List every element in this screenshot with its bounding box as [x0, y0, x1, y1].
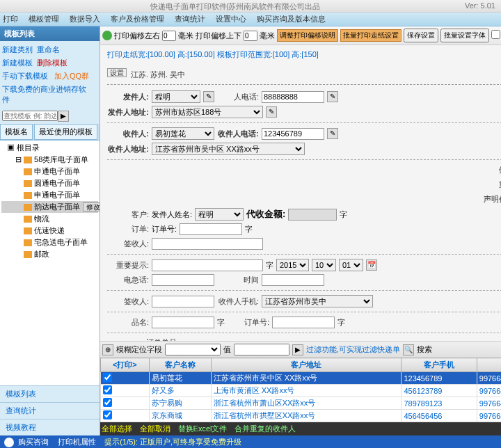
nav-video[interactable]: 视频教程 — [0, 419, 100, 435]
set-button[interactable]: 设置 — [107, 68, 127, 77]
grid-row[interactable]: 易初莲花江苏省苏州市吴中区 XX路xx号12345678999766415069… — [101, 372, 502, 385]
tree-root[interactable]: ▣ 根目录 — [1, 142, 98, 154]
recv-mobile-select[interactable]: 江苏省苏州市吴中 — [262, 295, 373, 307]
nav-templates[interactable]: 模板列表 — [0, 385, 100, 402]
batch-font-button[interactable]: 批量设置字体 — [440, 29, 489, 42]
recv-select[interactable]: 易初莲花 — [152, 127, 214, 140]
order-input[interactable] — [180, 223, 242, 235]
menu-import[interactable]: 数据导入 — [70, 15, 100, 23]
calendar-icon[interactable]: 📅 — [366, 259, 377, 271]
offset-left-input[interactable] — [162, 31, 176, 41]
join-qq[interactable]: 加入QQ群 — [54, 72, 89, 80]
tree-item[interactable]: 宅急送电子面单 — [1, 237, 98, 248]
recv-tel-input[interactable] — [262, 128, 324, 140]
folder-icon — [24, 157, 32, 163]
filter-tip[interactable]: 过滤功能,可实现过滤快递单 — [306, 344, 400, 355]
grid-row[interactable]: 苏宁易购浙江省杭州市萧山区XX路xx号789789123997664150700… — [101, 397, 502, 410]
menu-print[interactable]: 打印 — [3, 15, 18, 23]
auto-excel-check[interactable]: 自动识别Excel中的地址 — [491, 30, 501, 42]
cust-select[interactable]: 程明 — [195, 208, 244, 221]
menu-about[interactable]: 购买咨询及版本信息 — [257, 15, 326, 23]
phone2-input[interactable] — [152, 274, 214, 286]
tree-item[interactable]: 邮政 — [1, 248, 98, 260]
destination-heading: 设置江苏. 苏州. 吴中 — [107, 63, 501, 85]
goods-input[interactable] — [152, 317, 214, 328]
title-bar: 快递电子面单打印软件|苏州南风软件有限公司出品 Ver: 5.01 — [0, 0, 501, 13]
sender-select[interactable]: 程明 — [152, 90, 200, 103]
day-select[interactable]: 01 — [339, 259, 363, 271]
select-all[interactable]: 全部选择 — [102, 424, 132, 433]
recv-addr-select[interactable]: 江苏省苏州市吴中区 XX路xx号 — [152, 143, 305, 155]
qq-icon[interactable] — [4, 438, 14, 447]
printer-prop-link[interactable]: 打印机属性 — [58, 438, 96, 446]
buy-link[interactable]: 购买咨询 — [18, 438, 49, 446]
edit-icon[interactable]: ✎ — [327, 128, 338, 139]
grid-row[interactable]: 好又多上海市黄浦区 XX路xx号4561237899976641507000 — [101, 385, 502, 397]
deselect-all[interactable]: 全部取消 — [140, 424, 170, 433]
offset-help-button[interactable]: 调整打印偏移说明 — [277, 29, 338, 42]
status-tip: 提示(1/5): 正版用户,可终身享受免费升级 — [104, 438, 241, 446]
sign-input[interactable] — [152, 238, 263, 250]
year-select[interactable]: 2015 — [276, 259, 309, 271]
tip-input[interactable] — [152, 259, 263, 271]
rename[interactable]: 重命名 — [37, 45, 60, 54]
sign2-input[interactable] — [152, 296, 214, 307]
tree-item[interactable]: 物流 — [1, 213, 98, 225]
time-input[interactable] — [262, 274, 324, 286]
form-canvas: 打印走纸宽:[100.00] 高:[150.00] 模板打印范围宽:[100] … — [100, 45, 501, 341]
merge-dup[interactable]: 合并重复的收件人 — [234, 424, 296, 433]
filter-field-select[interactable] — [165, 344, 221, 355]
filter-go-icon[interactable]: ▶ — [292, 344, 303, 355]
col-print[interactable]: <打印> — [101, 358, 150, 372]
tree-item[interactable]: 申通电子面单 — [1, 166, 98, 177]
menu-query[interactable]: 查询统计 — [175, 15, 205, 23]
sender-tel-input[interactable] — [262, 91, 324, 103]
nav-query[interactable]: 查询统计 — [0, 402, 100, 419]
sidebar-title: 模板列表 — [0, 26, 100, 41]
edit-button[interactable]: 修改 — [83, 202, 100, 211]
download-template[interactable]: 手动下载模板 — [2, 72, 48, 80]
month-select[interactable]: 10 — [312, 259, 336, 271]
locate-icon[interactable]: ⊕ — [102, 344, 113, 355]
customer-grid[interactable]: <打印> 客户名称 客户地址 客户手机 条码 易初莲花江苏省苏州市吴中区 XX路… — [100, 358, 501, 435]
grid-row[interactable]: 京东商城浙江省杭州市拱墅区XX路xx号456456456997664150700… — [101, 410, 502, 422]
file-icon — [24, 192, 32, 199]
col-phone[interactable]: 客户手机 — [401, 358, 477, 372]
tree-category[interactable]: ⊟ 58类库电子面单 — [1, 154, 98, 166]
order2-input[interactable] — [272, 317, 335, 328]
template-search[interactable] — [2, 111, 58, 121]
toolbar: 打印偏移左右 毫米 打印偏移上下 毫米 调整打印偏移说明 批量打印走纸设置 保存… — [100, 26, 501, 45]
col-name[interactable]: 客户名称 — [149, 358, 211, 372]
tree-item[interactable]: 圆通电子面单 — [1, 177, 98, 189]
col-barcode[interactable]: 条码 — [477, 358, 501, 372]
tab-template-name[interactable]: 模板名 — [0, 124, 33, 140]
tab-recent[interactable]: 最近使用的模板 — [34, 124, 97, 140]
menu-customer[interactable]: 客户及价格管理 — [111, 15, 164, 23]
filter-value-input[interactable] — [234, 344, 289, 355]
batch-paper-button[interactable]: 批量打印走纸设置 — [340, 29, 401, 42]
search-go-icon[interactable]: ▶ — [58, 111, 69, 122]
download-erp[interactable]: 下载免费的商业进销存软件 — [2, 85, 86, 104]
file-icon — [24, 227, 32, 234]
tree-item-selected[interactable]: 韵达电子面单修改 — [1, 201, 98, 213]
sender-addr-select[interactable]: 苏州市姑苏区188号 — [152, 106, 263, 118]
search-icon[interactable]: 🔍 — [403, 344, 414, 355]
col-addr[interactable]: 客户地址 — [211, 358, 401, 372]
sidebar: 模板列表 新建类别重命名 新建模板删除模板 手动下载模板 加入QQ群 下载免费的… — [0, 26, 100, 435]
menu-template[interactable]: 模板管理 — [29, 15, 59, 23]
offset-top-input[interactable] — [244, 31, 257, 41]
tree-item[interactable]: 优速快递 — [1, 225, 98, 237]
cod-input[interactable] — [288, 209, 337, 221]
menu-settings[interactable]: 设置中心 — [216, 15, 246, 23]
delete-template[interactable]: 删除模板 — [37, 58, 67, 67]
tree-item[interactable]: 申通电子面单 — [1, 189, 98, 201]
edit-icon[interactable]: ✎ — [203, 91, 214, 102]
new-template[interactable]: 新建模板 — [2, 58, 33, 67]
edit-icon[interactable]: ✎ — [327, 91, 338, 102]
edit-icon[interactable]: ✎ — [266, 106, 277, 118]
replace-excel[interactable]: 替换Excel文件 — [178, 424, 228, 433]
new-category[interactable]: 新建类别 — [2, 45, 33, 54]
template-tree[interactable]: ▣ 根目录 ⊟ 58类库电子面单 申通电子面单 圆通电子面单 申通电子面单 韵达… — [0, 141, 100, 385]
save-settings-button[interactable]: 保存设置 — [404, 29, 438, 42]
sidebar-tools: 新建类别重命名 新建模板删除模板 手动下载模板 加入QQ群 下载免费的商业进销存… — [0, 41, 100, 109]
